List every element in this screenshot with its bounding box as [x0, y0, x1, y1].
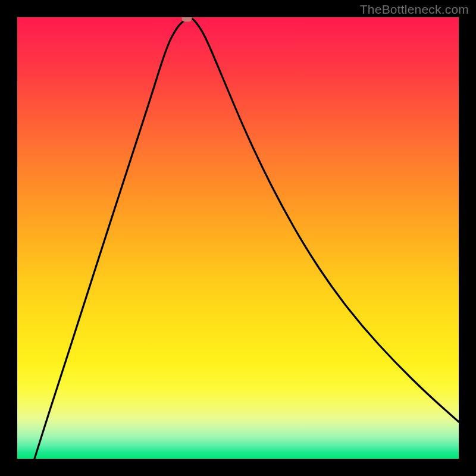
chart-frame: TheBottleneck.com — [0, 0, 476, 476]
watermark-text: TheBottleneck.com — [360, 2, 469, 17]
curve-svg — [17, 17, 459, 459]
plot-area — [17, 17, 459, 459]
minimum-marker — [182, 17, 192, 22]
bottleneck-curve-path — [35, 18, 459, 459]
